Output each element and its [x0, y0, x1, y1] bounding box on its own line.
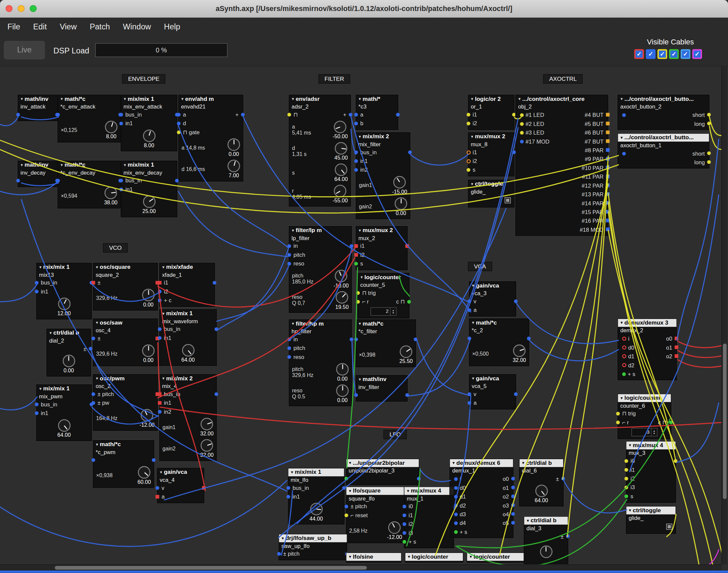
input-port[interactable] [354, 121, 358, 125]
input-port[interactable] [354, 150, 358, 154]
node-mux-3[interactable]: ▼mux/mux 4mux_3i0i1i2i3s [626, 441, 676, 503]
node-adsr-2[interactable]: ▼env/adsradsr_2⊓+a 5,41 ms-50.00d 1,31 s… [289, 95, 351, 207]
menu-item-help[interactable]: Help [164, 22, 180, 32]
node-title[interactable]: ▼mix/mix 2 [160, 375, 216, 383]
input-port[interactable] [467, 113, 470, 116]
input-port[interactable] [16, 179, 20, 182]
input-port[interactable] [616, 412, 620, 415]
input-port[interactable] [158, 327, 162, 331]
node-title[interactable]: ▼lfo/square [346, 487, 405, 495]
knob[interactable] [513, 345, 526, 357]
section-label-vca[interactable]: VCA [468, 262, 492, 271]
input-port[interactable] [287, 495, 290, 499]
output-port[interactable] [512, 150, 516, 154]
node-title[interactable]: ▼logic/or 2 [469, 95, 514, 103]
output-port[interactable] [241, 113, 245, 116]
output-port[interactable] [606, 121, 610, 125]
node-dial-6[interactable]: ▼ctrl/dial bdial_6±64.00 [519, 459, 563, 507]
node-c3[interactable]: ▼math/**c3ab [356, 95, 399, 130]
node-square-2[interactable]: ▼osc/squaresquare_2±329,6 Hz0.00 [93, 263, 158, 311]
node-title[interactable]: ▼drj/lfo/saw_up_b [279, 534, 347, 542]
output-port[interactable] [606, 210, 610, 213]
node-mux-2[interactable]: ▼mux/mux 2mux_2i1i2s [356, 226, 408, 270]
input-port[interactable] [402, 540, 406, 543]
output-port[interactable] [606, 192, 610, 196]
input-port[interactable] [624, 485, 628, 489]
input-port[interactable] [288, 244, 291, 248]
section-label-envelope[interactable]: ENVELOPE [122, 74, 166, 84]
input-port[interactable] [35, 290, 38, 294]
output-port[interactable] [606, 157, 610, 161]
node-title[interactable]: ▼mix/mix 1 [160, 310, 216, 318]
value-spinner[interactable]: 3▲▼ [631, 428, 658, 436]
output-port[interactable] [417, 477, 420, 480]
visible-cables-checkbox-5[interactable]: ✓ [681, 49, 690, 59]
node-lfo-sine[interactable]: ▼lfo/sine [346, 552, 402, 563]
node-demux-2[interactable]: ▼demux/demux 3demux_2io0d0o1d1o2d2+ s [618, 319, 677, 380]
input-port[interactable] [156, 495, 159, 499]
knob[interactable] [334, 185, 347, 197]
input-port[interactable] [92, 281, 95, 284]
node-title[interactable]: ▼mix/mix 1 [37, 263, 92, 271]
input-port[interactable] [624, 494, 628, 498]
input-port[interactable] [288, 253, 291, 257]
output-port[interactable] [606, 139, 610, 143]
input-port[interactable] [35, 402, 38, 406]
menu-item-window[interactable]: Window [123, 22, 151, 32]
node-vca-4[interactable]: ▼gain/vcavca_4va [157, 468, 204, 503]
output-port[interactable] [342, 486, 346, 490]
output-port[interactable] [566, 534, 570, 538]
input-port[interactable] [354, 337, 358, 341]
input-port[interactable] [454, 530, 458, 534]
output-port[interactable] [669, 421, 673, 424]
input-port[interactable] [354, 394, 358, 397]
node-title[interactable]: ▼mux/mux 2 [356, 226, 407, 235]
node-title[interactable]: ▼mix/mix 2 [356, 133, 410, 141]
input-port[interactable] [92, 336, 95, 340]
node-title[interactable]: ▼logic/counter [467, 553, 525, 561]
knob[interactable] [62, 355, 75, 367]
input-port[interactable] [345, 514, 348, 517]
output-port[interactable] [349, 113, 352, 116]
node-mux-1[interactable]: ▼mux/mux 4mux_1i0i1i2i3+ s [404, 486, 454, 548]
node-title[interactable]: ▼env/adsr [289, 95, 351, 103]
node-osc-2[interactable]: ▼osc/pwmosc_2± pitch± pw164,8 Hz-12.00 [93, 374, 158, 431]
node-axoctrl-button-1[interactable]: ▼.../control/axoctrl_butto...axoctrl_but… [618, 133, 709, 169]
node-title[interactable]: ▼mux/mux 4 [626, 441, 676, 450]
close-window-button[interactable] [6, 5, 13, 12]
output-port[interactable] [707, 160, 711, 164]
input-port[interactable] [156, 486, 159, 490]
node-mix-env-decay[interactable]: ▼mix/mix 1mix_env_decaybus_inin125.00 [120, 161, 177, 217]
input-port[interactable] [345, 505, 348, 508]
input-port[interactable] [468, 393, 471, 396]
live-button[interactable]: Live [4, 41, 45, 59]
input-port[interactable] [622, 345, 626, 350]
output-port[interactable] [511, 521, 515, 525]
output-port[interactable] [606, 148, 610, 152]
output-port[interactable] [707, 121, 711, 125]
node-title[interactable]: ▼math/* [356, 95, 398, 103]
input-port[interactable] [354, 159, 358, 163]
input-port[interactable] [622, 372, 626, 376]
output-port[interactable] [511, 477, 515, 480]
output-port[interactable] [396, 113, 400, 116]
input-port[interactable] [92, 401, 95, 405]
knob[interactable] [540, 545, 552, 558]
knob[interactable] [310, 503, 323, 516]
output-port[interactable] [350, 244, 353, 248]
node-title[interactable]: ▼osc/pwm [93, 375, 157, 383]
output-port[interactable] [675, 354, 678, 358]
node-vca-3[interactable]: ▼gain/vcavca_3va [469, 281, 516, 317]
visible-cables-checkbox-6[interactable]: ✓ [692, 49, 702, 59]
input-port[interactable] [468, 401, 471, 405]
output-port[interactable] [511, 494, 515, 498]
knob[interactable] [395, 197, 407, 210]
node-envahd21[interactable]: ▼env/ahd menvahd21a+d⊓ gatea 14,8 ms0.00… [178, 95, 244, 181]
node-lp-filter[interactable]: ▼filter/lp mlp_filterinpitchresopitch 18… [289, 226, 352, 313]
output-port[interactable] [214, 327, 218, 331]
node-title[interactable]: ▼logic/counter [618, 394, 671, 402]
input-port[interactable] [92, 458, 95, 462]
node-counter-6[interactable]: ▼logic/countercounter_6⊓ trig⌐ rc ⊓3▲▼ [618, 394, 671, 439]
node-title[interactable]: ▼math/*c [58, 161, 120, 169]
knob[interactable] [388, 521, 401, 534]
